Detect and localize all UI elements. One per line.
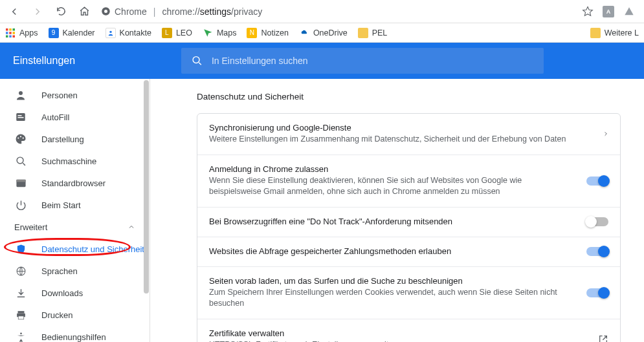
palette-icon	[14, 133, 27, 145]
home-button[interactable]	[75, 3, 93, 21]
back-button[interactable]	[5, 3, 23, 21]
sidebar-item-bedienungshilfen[interactable]: Bedienungshilfen	[0, 326, 150, 342]
download-icon	[14, 288, 27, 299]
scrollbar[interactable]	[144, 80, 149, 294]
shield-icon	[14, 244, 27, 255]
svg-point-20	[17, 157, 23, 164]
bookmark-item[interactable]: Kontakte	[105, 28, 151, 38]
bookmark-item[interactable]: OneDrive	[299, 28, 348, 38]
toggle-do-not-track[interactable]	[586, 217, 608, 226]
svg-point-12	[193, 57, 199, 63]
svg-rect-15	[18, 115, 22, 116]
chevron-up-icon	[128, 223, 135, 231]
globe-icon	[14, 266, 27, 277]
bookmark-item[interactable]: NNotizen	[247, 28, 288, 38]
svg-rect-6	[9, 32, 12, 34]
svg-rect-10	[13, 35, 16, 37]
address-bar[interactable]: Chrome | chrome://settings/privacy	[101, 6, 262, 17]
sidebar-item-suchmaschine[interactable]: Suchmaschine	[0, 150, 150, 172]
star-icon[interactable]	[582, 6, 594, 17]
toggle-preload[interactable]	[586, 288, 608, 297]
settings-search[interactable]	[181, 48, 544, 74]
svg-rect-4	[13, 28, 16, 31]
svg-rect-3	[9, 28, 12, 31]
toggle-payment-methods[interactable]	[586, 247, 608, 256]
svg-rect-26	[18, 315, 24, 319]
page-title: Einstellungen	[0, 55, 181, 67]
autofill-icon	[14, 111, 27, 123]
row-certificates[interactable]: Zertifikate verwaltenHTTPS/SSL-Zertifika…	[197, 319, 620, 343]
settings-content: Datenschutz und Sicherheit Synchronisier…	[150, 79, 644, 342]
bookmark-item[interactable]: Maps	[203, 28, 237, 38]
sidebar-item-standardbrowser[interactable]: Standardbrowser	[0, 172, 150, 194]
toolbar-actions: A	[582, 6, 639, 17]
settings-header: Einstellungen	[0, 43, 644, 79]
accessibility-icon	[14, 332, 27, 343]
row-preload-pages: Seiten vorab laden, um das Surfen und di…	[197, 267, 620, 319]
sidebar-advanced-toggle[interactable]: Erweitert	[0, 216, 150, 238]
browser-toolbar: Chrome | chrome://settings/privacy A	[0, 0, 644, 23]
row-payment-methods: Websites die Abfrage gespeicherter Zahlu…	[197, 237, 620, 267]
chevron-right-icon	[583, 130, 608, 138]
settings-sidebar: Personen AutoFill Darstellung Suchmaschi…	[0, 79, 150, 342]
row-do-not-track: Bei Browserzugriffen eine "Do Not Track"…	[197, 208, 620, 237]
search-icon	[14, 156, 27, 167]
sidebar-item-autofill[interactable]: AutoFill	[0, 106, 150, 128]
forward-button[interactable]	[28, 3, 47, 21]
search-icon	[192, 55, 203, 67]
sidebar-item-drucken[interactable]: Drucken	[0, 304, 150, 326]
svg-point-11	[109, 30, 111, 32]
svg-point-18	[20, 136, 21, 137]
svg-rect-8	[6, 35, 8, 37]
drive-icon[interactable]	[623, 6, 635, 17]
svg-point-13	[19, 91, 23, 95]
person-icon	[14, 89, 27, 101]
svg-point-27	[20, 332, 22, 334]
svg-rect-24	[17, 311, 24, 314]
power-icon	[14, 200, 27, 211]
row-sync-google[interactable]: Synchronisierung und Google-DiensteWeite…	[197, 114, 620, 155]
sidebar-item-personen[interactable]: Personen	[0, 84, 150, 106]
sidebar-item-beimstart[interactable]: Beim Start	[0, 194, 150, 216]
settings-card: Synchronisierung und Google-DiensteWeite…	[197, 113, 621, 342]
bookmark-item[interactable]: PEL	[358, 28, 388, 38]
svg-rect-22	[16, 179, 25, 182]
svg-point-1	[104, 10, 107, 13]
url-text: chrome://settings/privacy	[162, 6, 262, 17]
url-prefix: Chrome	[115, 6, 147, 17]
bookmark-item[interactable]: 9Kalender	[49, 28, 95, 38]
other-bookmarks[interactable]: Weitere L	[590, 28, 639, 38]
svg-rect-7	[13, 32, 16, 34]
svg-point-17	[17, 137, 19, 138]
svg-rect-5	[6, 32, 8, 34]
sidebar-item-darstellung[interactable]: Darstellung	[0, 128, 150, 150]
sidebar-item-sprachen[interactable]: Sprachen	[0, 260, 150, 282]
apps-button[interactable]: Apps	[5, 28, 38, 38]
svg-point-19	[23, 137, 24, 138]
reload-button[interactable]	[52, 3, 70, 21]
search-input[interactable]	[212, 56, 533, 66]
row-chrome-signin: Anmeldung in Chrome zulassenWenn Sie die…	[197, 155, 620, 208]
sidebar-item-datenschutz[interactable]: Datenschutz und Sicherheit	[0, 238, 150, 260]
svg-rect-16	[18, 117, 24, 118]
section-heading: Datenschutz und Sicherheit	[197, 92, 621, 102]
bookmarks-bar: Apps 9Kalender Kontakte LLEO Maps NNotiz…	[0, 23, 644, 43]
toggle-chrome-signin[interactable]	[586, 176, 608, 186]
sidebar-item-downloads[interactable]: Downloads	[0, 282, 150, 304]
svg-rect-2	[6, 28, 8, 31]
bookmark-item[interactable]: LLEO	[162, 28, 192, 38]
browser-icon	[14, 178, 27, 189]
pdf-icon[interactable]: A	[603, 6, 614, 17]
svg-rect-9	[9, 35, 12, 37]
print-icon	[14, 310, 27, 321]
external-link-icon	[583, 334, 608, 342]
